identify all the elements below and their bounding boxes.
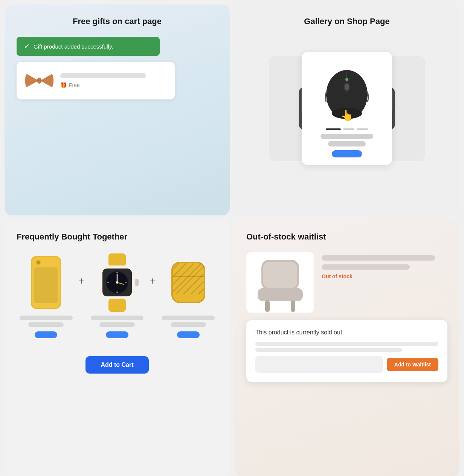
oos-ph-1 [322, 255, 435, 261]
svg-rect-47 [263, 262, 297, 288]
gallery-ph-2 [328, 141, 366, 146]
oos-product-details: Out of stock [322, 252, 447, 282]
waitlist-email-input[interactable] [255, 356, 383, 373]
gallery-add-btn[interactable] [332, 150, 362, 157]
card-2-title: Gallery on Shop Page [246, 17, 447, 26]
card-waitlist: Out-of-stock waitlist Out of st [234, 220, 459, 476]
card-free-gifts: Free gifts on cart page ✓ Gift product a… [5, 5, 230, 215]
success-notification: ✓ Gift product added successfully. [17, 37, 160, 56]
bow-tie-image [24, 69, 54, 92]
cart-item-details: 🎁 Free [60, 73, 167, 88]
main-grid: Free gifts on cart page ✓ Gift product a… [0, 0, 464, 476]
card-3-title: Frequently Bought Together [17, 232, 218, 242]
card-gallery: Gallery on Shop Page [234, 5, 459, 215]
svg-rect-33 [135, 279, 139, 286]
svg-point-28 [116, 281, 118, 284]
dot-2 [343, 128, 354, 130]
waitlist-ph-lines [255, 342, 438, 352]
cursor-hand-icon: 👆 [340, 109, 354, 122]
svg-point-18 [37, 261, 40, 264]
check-icon: ✓ [24, 42, 30, 50]
svg-rect-19 [34, 267, 58, 303]
plus-1: + [78, 275, 84, 287]
svg-point-29 [116, 272, 118, 273]
card-fbt: Frequently Bought Together [5, 220, 230, 476]
waitlist-sold-out-text: This product is currently sold out. [255, 329, 438, 336]
waitlist-input-row: Add to Waitlist [255, 356, 438, 373]
svg-point-32 [107, 282, 109, 283]
out-of-stock-badge: Out of stock [322, 273, 447, 279]
svg-point-31 [116, 291, 118, 293]
fbt-ph-3b [171, 322, 206, 327]
fbt-product-2-img [91, 252, 143, 313]
svg-rect-12 [345, 84, 349, 90]
cart-item-card: 🎁 Free [17, 62, 175, 99]
gallery-ph-1 [321, 134, 373, 139]
fbt-btn-2[interactable] [106, 331, 128, 338]
free-label: Free [69, 82, 80, 88]
fbt-ph-2a [91, 316, 144, 320]
dot-1 [326, 128, 341, 130]
wl-ph-2 [255, 348, 402, 352]
fbt-ph-1b [28, 322, 64, 327]
fbt-products-row: + [17, 252, 218, 338]
oos-ph-2 [322, 264, 410, 270]
oos-product-image [246, 252, 314, 313]
dot-3 [357, 128, 368, 130]
fbt-product-1-img [20, 252, 72, 313]
gallery-container: 👆 [246, 37, 447, 180]
svg-rect-20 [108, 253, 126, 267]
svg-point-1 [37, 78, 41, 83]
fbt-product-3-img [162, 252, 215, 313]
fbt-ph-3a [162, 316, 215, 320]
waitlist-popup: This product is currently sold out. Add … [246, 320, 447, 382]
notification-text: Gift product added successfully. [34, 43, 113, 50]
gallery-card-main: 👆 [302, 52, 392, 165]
item-name-placeholder [60, 73, 146, 78]
fbt-btn-3[interactable] [177, 331, 200, 338]
svg-point-30 [125, 282, 127, 283]
add-to-cart-button[interactable]: Add to Cart [85, 356, 148, 374]
svg-rect-49 [265, 301, 270, 312]
fbt-product-1 [17, 252, 75, 338]
svg-rect-34 [108, 299, 126, 312]
fbt-btn-1[interactable] [35, 331, 57, 338]
fbt-ph-1a [20, 316, 73, 320]
free-badge: 🎁 Free [60, 82, 167, 88]
gift-icon: 🎁 [60, 82, 67, 88]
mouse-image: 👆 [317, 60, 377, 125]
svg-point-13 [345, 78, 348, 81]
add-to-waitlist-button[interactable]: Add to Waitlist [387, 358, 438, 371]
wl-ph-1 [255, 342, 438, 346]
fbt-product-3 [159, 252, 218, 338]
oos-product-area: Out of stock [246, 252, 447, 313]
card-1-title: Free gifts on cart page [17, 17, 218, 26]
fbt-product-2 [88, 252, 147, 338]
svg-rect-48 [258, 288, 303, 301]
plus-2: + [150, 275, 156, 287]
gallery-dots [326, 128, 368, 130]
svg-rect-50 [291, 301, 295, 312]
card-4-title: Out-of-stock waitlist [246, 232, 447, 242]
fbt-ph-2b [99, 322, 135, 327]
